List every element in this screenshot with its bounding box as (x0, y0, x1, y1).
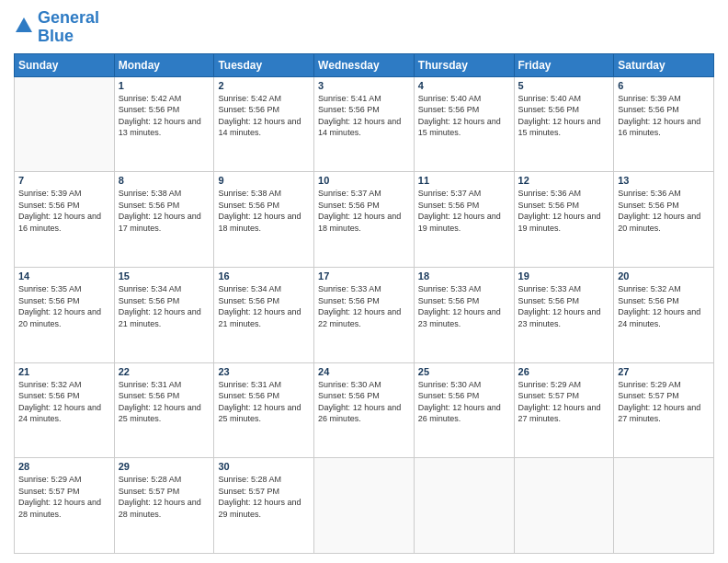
day-number: 7 (18, 175, 110, 186)
calendar-table: SundayMondayTuesdayWednesdayThursdayFrid… (14, 53, 714, 554)
col-header-friday: Friday (514, 53, 614, 76)
day-number: 30 (218, 461, 310, 472)
calendar-cell: 30Sunrise: 5:28 AMSunset: 5:57 PMDayligh… (214, 458, 314, 554)
cell-info: Sunrise: 5:37 AMSunset: 5:56 PMDaylight:… (318, 188, 410, 234)
cell-info: Sunrise: 5:36 AMSunset: 5:56 PMDaylight:… (518, 188, 610, 234)
day-number: 15 (119, 270, 210, 282)
cell-info: Sunrise: 5:37 AMSunset: 5:56 PMDaylight:… (418, 188, 510, 234)
col-header-tuesday: Tuesday (214, 53, 314, 76)
calendar-cell: 28Sunrise: 5:29 AMSunset: 5:57 PMDayligh… (15, 458, 115, 554)
cell-info: Sunrise: 5:33 AMSunset: 5:56 PMDaylight:… (318, 283, 410, 329)
day-number: 20 (618, 270, 710, 282)
day-number: 23 (218, 366, 310, 377)
calendar-cell (514, 458, 614, 554)
cell-info: Sunrise: 5:33 AMSunset: 5:56 PMDaylight:… (418, 283, 510, 329)
calendar-cell: 8Sunrise: 5:38 AMSunset: 5:56 PMDaylight… (114, 172, 214, 268)
cell-info: Sunrise: 5:39 AMSunset: 5:56 PMDaylight:… (18, 188, 110, 234)
calendar-header-row: SundayMondayTuesdayWednesdayThursdayFrid… (15, 53, 714, 76)
calendar-cell: 3Sunrise: 5:41 AMSunset: 5:56 PMDaylight… (314, 76, 415, 172)
cell-info: Sunrise: 5:40 AMSunset: 5:56 PMDaylight:… (418, 93, 510, 139)
calendar-cell: 19Sunrise: 5:33 AMSunset: 5:56 PMDayligh… (514, 267, 614, 362)
cell-info: Sunrise: 5:28 AMSunset: 5:57 PMDaylight:… (218, 474, 310, 520)
page: GeneralBlue SundayMondayTuesdayWednesday… (0, 0, 728, 563)
calendar-cell: 25Sunrise: 5:30 AMSunset: 5:56 PMDayligh… (414, 362, 514, 458)
day-number: 6 (618, 80, 710, 91)
calendar-week-row: 14Sunrise: 5:35 AMSunset: 5:56 PMDayligh… (15, 267, 714, 362)
calendar-cell: 20Sunrise: 5:32 AMSunset: 5:56 PMDayligh… (614, 267, 714, 362)
calendar-week-row: 21Sunrise: 5:32 AMSunset: 5:56 PMDayligh… (15, 362, 714, 458)
calendar-cell: 21Sunrise: 5:32 AMSunset: 5:56 PMDayligh… (15, 362, 115, 458)
day-number: 29 (119, 461, 210, 472)
cell-info: Sunrise: 5:36 AMSunset: 5:56 PMDaylight:… (618, 188, 710, 234)
day-number: 21 (18, 366, 110, 377)
day-number: 17 (318, 270, 410, 282)
calendar-week-row: 1Sunrise: 5:42 AMSunset: 5:56 PMDaylight… (15, 76, 714, 172)
day-number: 14 (18, 270, 110, 282)
calendar-week-row: 7Sunrise: 5:39 AMSunset: 5:56 PMDaylight… (15, 172, 714, 268)
day-number: 5 (518, 80, 610, 91)
calendar-cell: 4Sunrise: 5:40 AMSunset: 5:56 PMDaylight… (414, 76, 514, 172)
cell-info: Sunrise: 5:32 AMSunset: 5:56 PMDaylight:… (618, 283, 710, 329)
day-number: 26 (518, 366, 610, 377)
cell-info: Sunrise: 5:29 AMSunset: 5:57 PMDaylight:… (518, 379, 610, 425)
calendar-cell: 10Sunrise: 5:37 AMSunset: 5:56 PMDayligh… (314, 172, 415, 268)
cell-info: Sunrise: 5:41 AMSunset: 5:56 PMDaylight:… (318, 93, 410, 139)
cell-info: Sunrise: 5:31 AMSunset: 5:56 PMDaylight:… (218, 379, 310, 425)
calendar-cell: 17Sunrise: 5:33 AMSunset: 5:56 PMDayligh… (314, 267, 415, 362)
calendar-cell: 9Sunrise: 5:38 AMSunset: 5:56 PMDaylight… (214, 172, 314, 268)
day-number: 25 (418, 366, 510, 377)
calendar-cell: 27Sunrise: 5:29 AMSunset: 5:57 PMDayligh… (614, 362, 714, 458)
calendar-cell: 5Sunrise: 5:40 AMSunset: 5:56 PMDaylight… (514, 76, 614, 172)
day-number: 18 (418, 270, 510, 282)
calendar-cell: 16Sunrise: 5:34 AMSunset: 5:56 PMDayligh… (214, 267, 314, 362)
calendar-cell: 29Sunrise: 5:28 AMSunset: 5:57 PMDayligh… (114, 458, 214, 554)
day-number: 10 (318, 175, 410, 186)
day-number: 24 (318, 366, 410, 377)
cell-info: Sunrise: 5:32 AMSunset: 5:56 PMDaylight:… (18, 379, 110, 425)
logo-text: GeneralBlue (38, 9, 99, 46)
day-number: 3 (318, 80, 410, 91)
col-header-saturday: Saturday (614, 53, 714, 76)
calendar-cell: 2Sunrise: 5:42 AMSunset: 5:56 PMDaylight… (214, 76, 314, 172)
col-header-sunday: Sunday (15, 53, 115, 76)
calendar-cell: 22Sunrise: 5:31 AMSunset: 5:56 PMDayligh… (114, 362, 214, 458)
day-number: 22 (119, 366, 210, 377)
calendar-cell: 1Sunrise: 5:42 AMSunset: 5:56 PMDaylight… (114, 76, 214, 172)
logo: GeneralBlue (14, 9, 99, 46)
cell-info: Sunrise: 5:38 AMSunset: 5:56 PMDaylight:… (218, 188, 310, 234)
day-number: 4 (418, 80, 510, 91)
calendar-cell (15, 76, 115, 172)
col-header-thursday: Thursday (414, 53, 514, 76)
cell-info: Sunrise: 5:28 AMSunset: 5:57 PMDaylight:… (119, 474, 210, 520)
calendar-cell (414, 458, 514, 554)
cell-info: Sunrise: 5:33 AMSunset: 5:56 PMDaylight:… (518, 283, 610, 329)
day-number: 2 (218, 80, 310, 91)
day-number: 11 (418, 175, 510, 186)
cell-info: Sunrise: 5:38 AMSunset: 5:56 PMDaylight:… (119, 188, 210, 234)
cell-info: Sunrise: 5:30 AMSunset: 5:56 PMDaylight:… (418, 379, 510, 425)
calendar-cell: 15Sunrise: 5:34 AMSunset: 5:56 PMDayligh… (114, 267, 214, 362)
day-number: 1 (119, 80, 210, 91)
calendar-cell: 7Sunrise: 5:39 AMSunset: 5:56 PMDaylight… (15, 172, 115, 268)
calendar-cell (614, 458, 714, 554)
day-number: 12 (518, 175, 610, 186)
col-header-monday: Monday (114, 53, 214, 76)
day-number: 28 (18, 461, 110, 472)
calendar-week-row: 28Sunrise: 5:29 AMSunset: 5:57 PMDayligh… (15, 458, 714, 554)
cell-info: Sunrise: 5:29 AMSunset: 5:57 PMDaylight:… (18, 474, 110, 520)
cell-info: Sunrise: 5:34 AMSunset: 5:56 PMDaylight:… (119, 283, 210, 329)
cell-info: Sunrise: 5:39 AMSunset: 5:56 PMDaylight:… (618, 93, 710, 139)
calendar-cell: 11Sunrise: 5:37 AMSunset: 5:56 PMDayligh… (414, 172, 514, 268)
calendar-cell: 24Sunrise: 5:30 AMSunset: 5:56 PMDayligh… (314, 362, 415, 458)
cell-info: Sunrise: 5:29 AMSunset: 5:57 PMDaylight:… (618, 379, 710, 425)
header: GeneralBlue (14, 9, 714, 46)
cell-info: Sunrise: 5:42 AMSunset: 5:56 PMDaylight:… (218, 93, 310, 139)
day-number: 13 (618, 175, 710, 186)
calendar-cell: 18Sunrise: 5:33 AMSunset: 5:56 PMDayligh… (414, 267, 514, 362)
calendar-cell: 14Sunrise: 5:35 AMSunset: 5:56 PMDayligh… (15, 267, 115, 362)
calendar-cell: 23Sunrise: 5:31 AMSunset: 5:56 PMDayligh… (214, 362, 314, 458)
calendar-cell: 13Sunrise: 5:36 AMSunset: 5:56 PMDayligh… (614, 172, 714, 268)
logo-icon (14, 16, 34, 36)
calendar-cell: 12Sunrise: 5:36 AMSunset: 5:56 PMDayligh… (514, 172, 614, 268)
day-number: 16 (218, 270, 310, 282)
